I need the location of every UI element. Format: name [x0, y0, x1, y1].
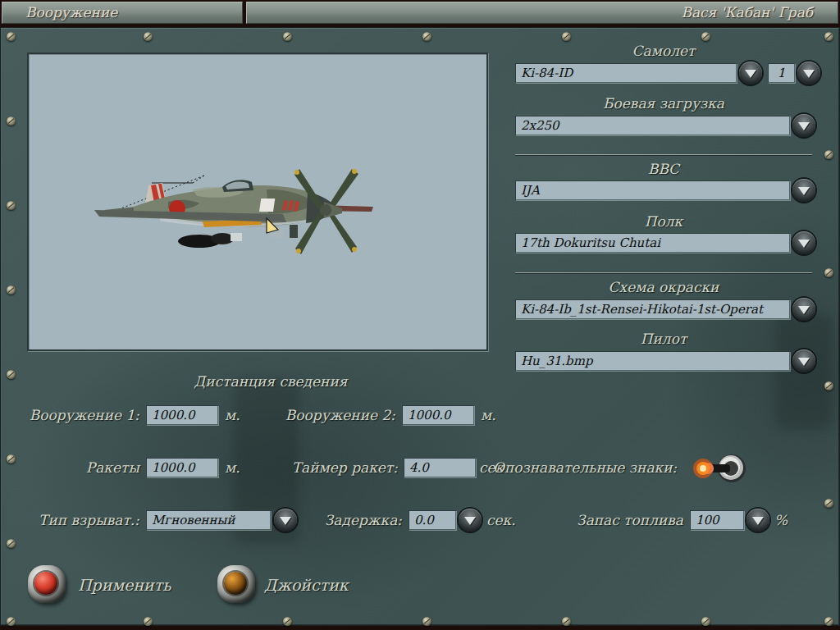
air-force-label: ВВС: [515, 159, 812, 179]
screw-icon: [144, 32, 153, 41]
screw-icon: [7, 32, 16, 41]
rocket-timer-label: Таймер ракет:: [275, 458, 398, 477]
pilot-dropdown-button[interactable]: [792, 349, 815, 372]
screw-icon: [7, 116, 16, 126]
weapon1-unit: м.: [225, 405, 240, 425]
section-divider: [515, 154, 812, 155]
pilot-select[interactable]: Hu_31.bmp: [515, 351, 790, 371]
screw-icon: [701, 32, 710, 41]
chevron-down-icon: [798, 306, 810, 314]
screw-icon: [283, 617, 292, 626]
loadout-dropdown-button[interactable]: [792, 114, 815, 137]
weapon2-label: Вооружение 2:: [272, 405, 395, 425]
fuel-field[interactable]: 100: [690, 510, 744, 530]
screw-icon: [144, 617, 153, 626]
screw-icon: [824, 268, 833, 277]
screw-icon: [422, 32, 431, 41]
screw-icon: [7, 370, 16, 379]
screw-icon: [562, 32, 571, 41]
aircraft-preview[interactable]: [27, 52, 488, 351]
screw-icon: [283, 32, 292, 41]
fuel-label: Запас топлива: [566, 510, 683, 530]
rockets-unit: м.: [225, 458, 240, 477]
aircraft-dropdown-button[interactable]: [739, 62, 762, 84]
chevron-down-icon: [752, 517, 764, 525]
fuse-type-select[interactable]: Мгновенный: [146, 510, 271, 530]
aircraft-render: [29, 54, 486, 349]
chevron-down-icon: [803, 70, 815, 78]
loadout-label: Боевая загрузка: [515, 94, 812, 113]
markings-toggle[interactable]: [689, 448, 748, 489]
joystick-button[interactable]: [217, 565, 255, 603]
weapon1-field[interactable]: 1000.0: [146, 405, 218, 425]
chevron-down-icon: [745, 70, 756, 78]
chevron-down-icon: [798, 240, 810, 248]
screw-icon: [7, 454, 16, 463]
chevron-down-icon: [798, 122, 810, 130]
screw-icon: [824, 381, 833, 390]
air-force-dropdown-button[interactable]: [792, 179, 815, 202]
screw-icon: [824, 617, 833, 626]
main-panel: Самолет Ki-84-ID 1 Боевая загрузка 2x250…: [0, 27, 840, 626]
rockets-field[interactable]: 1000.0: [146, 458, 218, 477]
screw-icon: [562, 617, 571, 626]
loadout-select[interactable]: 2x250: [515, 116, 790, 135]
rocket-timer-field[interactable]: 4.0: [404, 458, 476, 477]
chevron-down-icon: [798, 187, 810, 195]
apply-button[interactable]: [28, 565, 66, 603]
weapon2-unit: м.: [481, 405, 496, 425]
amber-button-icon: [224, 572, 247, 595]
regiment-dropdown-button[interactable]: [792, 231, 815, 254]
chevron-down-icon: [798, 358, 810, 366]
chevron-down-icon: [464, 517, 476, 525]
player-name-tab: Вася 'Кабан' Граб: [246, 2, 838, 24]
delay-field[interactable]: 0.0: [409, 510, 456, 530]
paint-scheme-select[interactable]: Ki-84-Ib_1st-Rensei-Hikotai-1st-Operat: [515, 299, 790, 319]
screw-icon: [7, 201, 16, 210]
delay-label: Задержка:: [312, 510, 402, 530]
pilot-label: Пилот: [515, 329, 812, 349]
delay-unit: сек.: [486, 510, 516, 530]
weapon1-label: Вооружение 1:: [16, 405, 139, 425]
screw-icon: [824, 150, 833, 159]
aircraft-count-dropdown-button[interactable]: [797, 62, 820, 84]
chevron-down-icon: [280, 517, 291, 525]
rockets-label: Ракеты: [16, 458, 139, 477]
aircraft-select[interactable]: Ki-84-ID: [515, 63, 737, 83]
screw-icon: [7, 539, 16, 548]
screw-icon: [824, 32, 833, 41]
fuel-unit: %: [774, 510, 788, 530]
red-button-icon: [34, 572, 57, 595]
aircraft-count-field[interactable]: 1: [768, 63, 795, 83]
section-divider: [515, 272, 812, 273]
markings-label: Опознавательные знаки:: [493, 458, 677, 477]
screw-icon: [422, 617, 431, 626]
fuse-type-label: Тип взрыват.:: [16, 510, 139, 530]
joystick-label: Джойстик: [264, 575, 349, 595]
apply-label: Применить: [78, 575, 171, 595]
fuse-type-dropdown-button[interactable]: [274, 509, 297, 532]
regiment-label: Полк: [515, 212, 812, 231]
screw-icon: [7, 617, 16, 626]
arming-screen: Вооружение Вася 'Кабан' Граб: [0, 0, 840, 630]
screw-icon: [701, 617, 710, 626]
delay-dropdown-button[interactable]: [459, 509, 482, 532]
tab-armament[interactable]: Вооружение: [2, 2, 243, 24]
paint-scheme-dropdown-button[interactable]: [792, 298, 815, 321]
fuel-dropdown-button[interactable]: [746, 509, 769, 532]
regiment-select[interactable]: 17th Dokuritsu Chutai: [515, 233, 790, 253]
convergence-title: Дистанция сведения: [107, 372, 435, 391]
weapon2-field[interactable]: 1000.0: [402, 405, 474, 425]
aircraft-label: Самолет: [515, 41, 812, 61]
screw-icon: [824, 499, 833, 508]
toggle-switch-icon: [689, 448, 748, 489]
air-force-select[interactable]: IJA: [515, 180, 790, 200]
paint-scheme-label: Схема окраски: [515, 277, 812, 297]
screw-icon: [7, 285, 16, 294]
